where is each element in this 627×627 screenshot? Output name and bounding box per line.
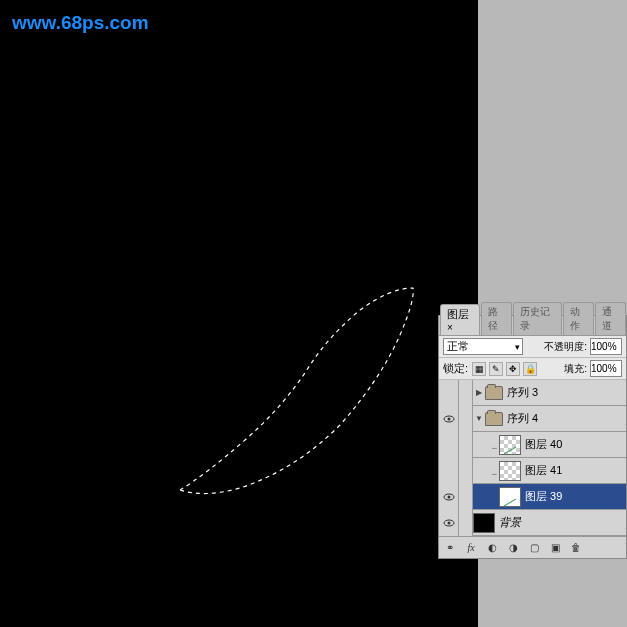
layer-row[interactable]: ⎯ 图层 41 [439,458,626,484]
layer-group-row[interactable]: ▼ 序列 4 [439,406,626,432]
tab-channels[interactable]: 通道 [595,302,626,335]
visibility-toggle[interactable] [439,380,459,406]
tab-actions[interactable]: 动作 [563,302,594,335]
folder-icon [485,412,503,426]
lock-column[interactable] [459,406,473,432]
lock-transparency-icon[interactable]: ▦ [472,362,486,376]
visibility-toggle[interactable] [439,484,459,510]
layer-thumbnail [499,435,521,455]
fx-icon[interactable]: fx [462,540,480,556]
svg-point-1 [447,417,450,420]
new-group-icon[interactable]: ▢ [525,540,543,556]
layer-name-label: 序列 4 [507,411,538,426]
adjustment-layer-icon[interactable]: ◑ [504,540,522,556]
watermark-text: www.68ps.com [12,12,149,34]
layer-thumbnail [499,461,521,481]
layer-name-label: 序列 3 [507,385,538,400]
layers-panel: 图层 × 路径 历史记录 动作 通道 正常 不透明度: 100% 锁定: ▦ ✎… [438,315,627,559]
visibility-toggle[interactable] [439,432,459,458]
opacity-input[interactable]: 100% [590,338,622,355]
expand-arrow-icon[interactable]: ▼ [473,414,485,423]
layer-row[interactable]: 图层 39 [439,484,626,510]
layer-thumbnail [473,513,495,533]
visibility-toggle[interactable] [439,406,459,432]
svg-point-3 [447,495,450,498]
opacity-label: 不透明度: [544,340,587,354]
layer-thumbnail [499,487,521,507]
layer-name-label: 图层 39 [525,489,562,504]
lock-all-icon[interactable]: 🔒 [523,362,537,376]
lock-fill-row: 锁定: ▦ ✎ ✥ 🔒 填充: 100% [439,358,626,380]
layer-name-label: 背景 [499,515,521,530]
blend-opacity-row: 正常 不透明度: 100% [439,336,626,358]
layer-name-label: 图层 41 [525,463,562,478]
tab-paths[interactable]: 路径 [481,302,512,335]
panel-bottom-bar: ⚭ fx ◐ ◑ ▢ ▣ 🗑 [439,536,626,558]
tab-layers[interactable]: 图层 × [440,304,480,335]
layer-group-row[interactable]: ▶ 序列 3 [439,380,626,406]
link-icon: ⎯ [489,440,499,449]
lock-column[interactable] [459,510,473,536]
fill-input[interactable]: 100% [590,360,622,377]
visibility-toggle[interactable] [439,458,459,484]
link-layers-icon[interactable]: ⚭ [441,540,459,556]
lock-position-icon[interactable]: ✥ [506,362,520,376]
lock-pixels-icon[interactable]: ✎ [489,362,503,376]
link-icon: ⎯ [489,466,499,475]
layer-row[interactable]: ⎯ 图层 40 [439,432,626,458]
lock-column[interactable] [459,432,473,458]
visibility-toggle[interactable] [439,510,459,536]
layer-name-label: 图层 40 [525,437,562,452]
expand-arrow-icon[interactable]: ▶ [473,388,485,397]
blend-mode-select[interactable]: 正常 [443,338,523,355]
fill-label: 填充: [564,362,587,376]
marquee-selection [165,280,425,510]
panel-tabs: 图层 × 路径 历史记录 动作 通道 [439,316,626,336]
layers-list: ▶ 序列 3 ▼ 序列 4 ⎯ 图层 40 ⎯ [439,380,626,536]
lock-column[interactable] [459,380,473,406]
layer-mask-icon[interactable]: ◐ [483,540,501,556]
layer-row[interactable]: 背景 [439,510,626,536]
new-layer-icon[interactable]: ▣ [546,540,564,556]
folder-icon [485,386,503,400]
svg-point-5 [447,521,450,524]
delete-layer-icon[interactable]: 🗑 [567,540,585,556]
lock-column[interactable] [459,458,473,484]
lock-label: 锁定: [443,361,468,376]
lock-column[interactable] [459,484,473,510]
canvas-area[interactable]: www.68ps.com [0,0,478,627]
tab-history[interactable]: 历史记录 [513,302,561,335]
